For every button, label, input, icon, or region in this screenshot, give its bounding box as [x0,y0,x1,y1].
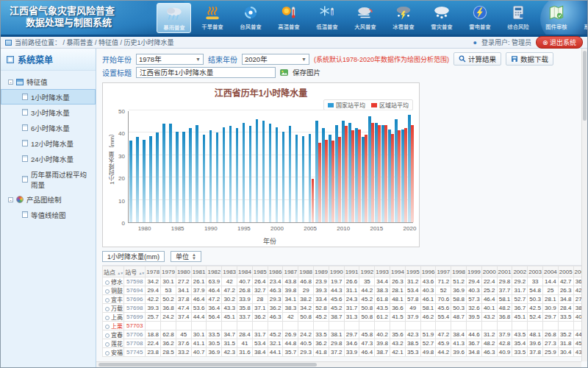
sidebar-item-1-0[interactable]: 等值线绘图 [1,207,96,222]
calculate-button[interactable]: 计算结果 [453,52,501,66]
bar-national-1988[interactable] [196,125,198,222]
bar-national-2003[interactable] [295,135,298,222]
bar-national-1983[interactable] [162,124,165,222]
col-header-year-1984[interactable]: 1984 [237,266,253,277]
vertical-scrollbar-thumb[interactable] [583,51,587,121]
bar-regional-2010[interactable] [345,126,348,222]
download-button[interactable]: 数据下载 [506,52,553,66]
bar-national-1984[interactable] [169,124,172,222]
bar-national-1981[interactable] [149,136,152,222]
bar-national-1998[interactable] [262,121,265,222]
bar-regional-2007[interactable] [325,140,328,222]
bar-national-2004[interactable] [302,136,305,222]
bar-regional-2016[interactable] [384,125,387,222]
bar-national-1979[interactable] [136,137,139,222]
expander-icon[interactable] [105,289,110,294]
bar-national-1980[interactable] [143,140,146,222]
col-header-year-2004[interactable]: 2004 [543,266,559,277]
bar-national-2002[interactable] [289,126,292,222]
col-header-year-1988[interactable]: 1988 [298,266,314,277]
sidebar-item-0-2[interactable]: 6小时降水量 [1,120,96,135]
col-header-year-1982[interactable]: 1982 [207,266,222,277]
bar-national-1995[interactable] [243,123,245,222]
expander-icon[interactable] [105,298,110,302]
toolbar-item-snow[interactable]: 雪灾普查 [424,3,459,33]
toolbar-item-wrench[interactable]: 系统设置 [577,3,587,33]
bar-national-1997[interactable] [256,119,259,222]
col-header-year-1978[interactable]: 1978 [146,266,161,277]
bar-national-1986[interactable] [182,132,185,222]
bar-regional-2005[interactable] [312,179,315,222]
breadcrumb[interactable]: / 暴雨普查 / 特征值 / 历史1小时降水量 [63,38,174,47]
save-image-button[interactable]: 保存图片 [293,67,320,77]
bar-national-1991[interactable] [216,132,219,222]
bar-national-2001[interactable] [282,132,285,222]
col-header-year-1986[interactable]: 1986 [268,266,283,277]
toolbar-item-cold[interactable]: 低温普查 [309,3,344,33]
bar-national-2000[interactable] [276,127,279,222]
toolbar-item-heat[interactable]: 高温普查 [271,3,306,33]
col-header-year-1991[interactable]: 1991 [344,266,359,277]
toolbar-item-hail[interactable]: 冰雹普查 [386,3,420,33]
bar-regional-2015[interactable] [378,125,381,222]
sidebar-item-0-3[interactable]: 12小时降水量 [1,135,96,151]
expander-icon[interactable] [105,280,110,285]
sidebar-item-0-5[interactable]: 历年暴雨过程平均雨量 [1,166,96,192]
col-header-year-1998[interactable]: 1998 [451,266,467,277]
horizontal-scrollbar[interactable] [96,361,581,367]
col-header-year-1993[interactable]: 1993 [375,266,390,277]
legend-entry-1[interactable]: 区域站平均 [371,101,409,109]
col-header-year-1996[interactable]: 1996 [420,266,436,277]
bar-national-1999[interactable] [269,124,272,222]
col-header-year-1985[interactable]: 1985 [252,266,268,277]
bar-national-1978[interactable] [129,141,132,222]
col-header-year-2005[interactable]: 2005 [558,266,573,277]
toolbar-item-map[interactable]: 图件审核 [539,3,573,33]
bar-national-1994[interactable] [236,128,239,222]
bar-national-1985[interactable] [176,132,179,222]
sidebar-item-0-4[interactable]: 24小时降水量 [1,151,96,166]
bar-regional-2011[interactable] [351,130,354,222]
start-year-select[interactable]: 1978年▼ [136,54,204,65]
col-header-year-1997[interactable]: 1997 [436,266,451,277]
toolbar-item-calc[interactable]: 综合风险 [501,3,535,33]
col-header-year-1990[interactable]: 1990 [329,266,344,277]
bar-regional-2019[interactable] [404,128,407,222]
col-header-year-1992[interactable]: 1992 [359,266,375,277]
measure-select[interactable]: 1小时降水量(mm) [102,251,165,262]
col-header-year-1995[interactable]: 1995 [405,266,420,277]
logout-button[interactable]: ⊗ 退出系统 [536,36,583,49]
sidebar-item-0-1[interactable]: 3小时降水量 [1,105,96,120]
col-header-year-1999[interactable]: 1999 [467,266,482,277]
bar-national-1989[interactable] [203,135,206,222]
toolbar-item-lightning[interactable]: 雷电普查 [462,3,497,33]
col-header-year-2001[interactable]: 2001 [497,266,512,277]
expander-icon[interactable] [105,342,110,347]
toolbar-item-rainstorm[interactable]: 暴雨普查 [157,3,191,33]
col-header-year-1989[interactable]: 1989 [314,266,329,277]
col-header-id[interactable]: 站号 ▲▼ [124,266,146,277]
bar-national-1993[interactable] [229,126,232,222]
col-header-year-2003[interactable]: 2003 [528,266,543,277]
vertical-scrollbar[interactable] [581,49,587,361]
expander-icon[interactable] [105,316,110,320]
bar-regional-2006[interactable] [318,143,321,222]
sidebar-group-0[interactable]: -特征值 [1,74,96,89]
col-header-year-1987[interactable]: 1987 [283,266,298,277]
horizontal-scrollbar-thumb[interactable] [98,363,317,367]
bar-national-1996[interactable] [249,126,252,222]
col-header-year-1980[interactable]: 1980 [176,266,191,277]
toolbar-item-wind[interactable]: 大风普查 [348,3,382,33]
col-header-year-1994[interactable]: 1994 [390,266,406,277]
col-header-year-2002[interactable]: 2002 [512,266,528,277]
bar-regional-2009[interactable] [338,137,341,222]
toolbar-item-drought[interactable]: 干旱普查 [195,3,229,33]
toolbar-item-typhoon[interactable]: 台风普查 [233,3,268,33]
legend-entry-0[interactable]: 国家站平均 [328,101,365,109]
col-header-year-1979[interactable]: 1979 [161,266,176,277]
bar-regional-2017[interactable] [391,134,394,222]
col-header-year-1983[interactable]: 1983 [222,266,237,277]
collapse-icon[interactable]: - [8,197,13,202]
col-header-year-2000[interactable]: 2000 [481,266,497,277]
bar-national-1987[interactable] [189,128,192,222]
